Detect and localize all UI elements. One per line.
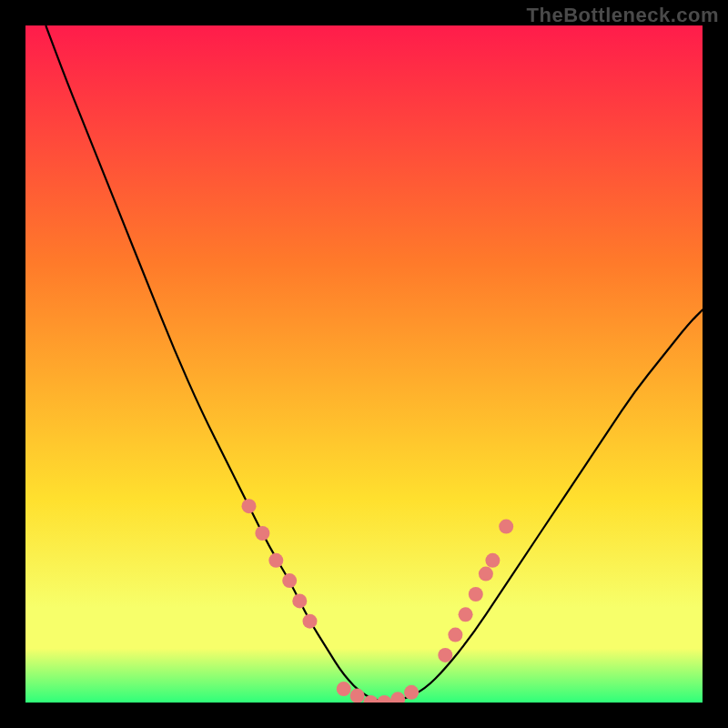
curve-marker — [255, 526, 269, 541]
gradient-background — [25, 25, 703, 703]
curve-marker — [459, 607, 473, 622]
curve-marker — [448, 628, 462, 642]
curve-marker — [469, 587, 483, 602]
curve-marker — [438, 648, 452, 662]
curve-marker — [292, 593, 307, 608]
chart-svg — [25, 25, 703, 703]
curve-marker — [282, 573, 297, 588]
curve-marker — [303, 614, 318, 629]
plot-area — [25, 25, 703, 703]
curve-marker — [242, 499, 257, 513]
curve-marker — [337, 682, 351, 696]
curve-marker — [404, 685, 419, 700]
chart-frame: TheBottleneck.com — [0, 0, 728, 728]
curve-marker — [485, 553, 500, 568]
curve-marker — [350, 689, 365, 703]
curve-marker — [499, 520, 513, 534]
curve-marker — [479, 567, 493, 581]
watermark-text: TheBottleneck.com — [527, 4, 719, 27]
curve-marker — [268, 553, 283, 568]
